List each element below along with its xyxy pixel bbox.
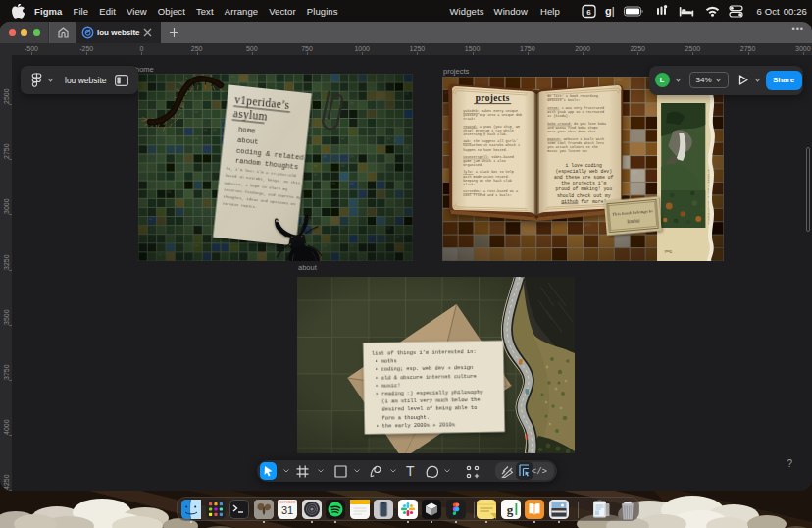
svg-text:(especially web dev): (especially web dev) (555, 169, 612, 174)
svg-text:• moths: • moths (375, 359, 397, 365)
svg-text:• music!: • music! (375, 383, 400, 389)
svg-text:github for more!: github for more! (561, 199, 606, 204)
svg-text:Toul: Toul (664, 249, 672, 254)
svg-text:the projects i’m: the projects i’m (561, 181, 606, 185)
svg-text:g: g (506, 502, 513, 517)
svg-text:it (kinda).: it (kinda). (547, 114, 570, 118)
svg-text:slack!: slack! (463, 183, 475, 186)
svg-text:6: 6 (586, 7, 591, 16)
svg-text:OCTOBER: OCTOBER (279, 501, 296, 504)
svg-text:track!: track! (463, 117, 475, 121)
svg-text:and these are some of: and these are some of (554, 175, 614, 180)
svg-text:near you? this does that: near you? this does that (547, 130, 596, 133)
svg-text:website i built!: website i built! (547, 98, 580, 102)
svg-text:31: 31 (281, 504, 293, 516)
svg-text:LAKE NAIVASHA NATURAL RESERVE: LAKE NAIVASHA NATURAL RESERVE (707, 169, 710, 224)
svg-text:form a thought.: form a thought. (376, 414, 430, 421)
svg-text:louisa: louisa (627, 217, 640, 224)
svg-text:organised.: organised. (463, 163, 483, 167)
svg-text:interning @ hack club.: interning @ hack club. (463, 132, 507, 136)
svg-text:music you listen to!: music you listen to! (547, 149, 587, 153)
svg-text:projects: projects (476, 93, 510, 103)
svg-text:cool friend and i built!: cool friend and i built! (463, 193, 512, 197)
svg-text:i love coding: i love coding (566, 163, 603, 168)
svg-text:proud of making! you: proud of making! you (555, 186, 612, 191)
svg-text:happen to have hosted.: happen to have hosted. (463, 148, 507, 152)
svg-text:should check out my: should check out my (557, 193, 611, 198)
